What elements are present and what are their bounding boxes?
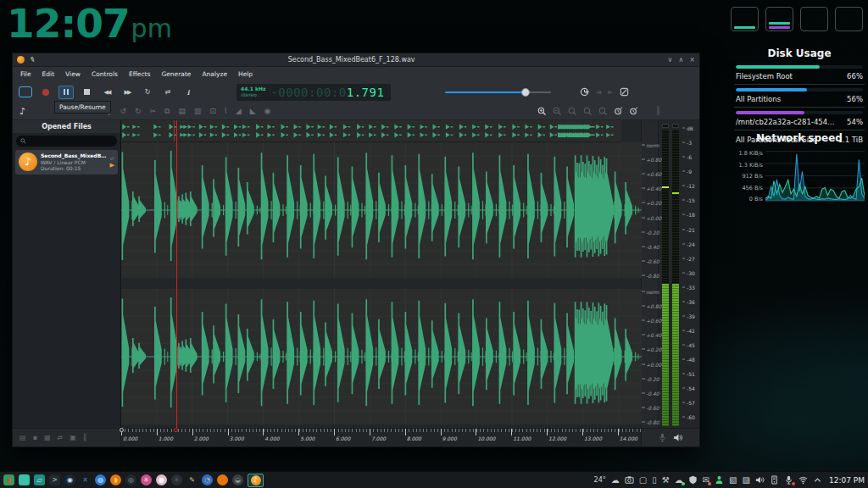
taskbar-app-ocenaudio-active[interactable]: ♪ (248, 474, 264, 487)
loop-selection-button[interactable]: ⇄ (160, 86, 175, 99)
file-play-icon[interactable]: ▶ (110, 162, 114, 169)
taskbar-app-planet[interactable]: ◔ (202, 474, 213, 485)
menu-help[interactable]: Help (238, 70, 253, 78)
snapshot-icon[interactable]: ▣ (70, 434, 76, 441)
time-zoom-out-icon[interactable] (629, 107, 638, 116)
speaker-status-icon[interactable] (673, 433, 683, 442)
loop-button[interactable]: ↻ (140, 86, 155, 99)
pause-button[interactable] (58, 86, 74, 99)
view-list-icon[interactable]: ▤ (19, 434, 26, 441)
taskbar-app-xorg[interactable]: ✕ (80, 474, 91, 485)
menu-generate[interactable]: Generate (161, 70, 191, 78)
system-monitor-icon[interactable] (770, 475, 779, 485)
audio-note-icon[interactable]: ♪ (19, 106, 25, 117)
fade-out-icon[interactable]: ◣ (250, 107, 256, 116)
utilities-icon[interactable]: ⚒ (662, 476, 670, 485)
trim-icon[interactable]: ⊡ (210, 107, 217, 116)
view-single-icon[interactable]: ▪ (33, 434, 37, 441)
waveform-area[interactable] (121, 120, 642, 428)
zoom-all-icon[interactable] (598, 107, 608, 116)
clip-indicator-left[interactable]: -- (662, 124, 669, 128)
taskbar-app-browser[interactable]: ◍ (95, 474, 106, 485)
waveform-channel-right[interactable] (121, 289, 642, 424)
opened-file-item[interactable]: ♪ Second_Bass_MixedBeat6_F_128.wav WAV /… (15, 150, 118, 175)
vpn-shield-icon[interactable] (688, 475, 698, 485)
record-button[interactable] (38, 86, 53, 99)
time-format-button[interactable]: ▼ (580, 87, 589, 97)
microphone-status-icon[interactable] (659, 433, 666, 442)
screenshot-camera-icon[interactable] (625, 475, 634, 485)
taskbar-app-disc[interactable]: ◒ (232, 474, 243, 485)
audio-device-icon[interactable] (620, 87, 629, 97)
stop-button[interactable] (79, 86, 94, 99)
taskbar-app-launcher[interactable]: ▮ (3, 474, 14, 485)
taskbar-clock[interactable]: 12:07 PM (829, 476, 865, 485)
normalize-icon[interactable]: ◉ (264, 107, 271, 116)
zoom-in-icon[interactable] (537, 107, 547, 116)
taskbar-app-camera-lens[interactable]: ◎ (125, 474, 136, 485)
rewind-button[interactable]: ◀◀ (99, 86, 114, 99)
taskbar-app-pen[interactable]: ✎ (186, 474, 198, 485)
menu-effects[interactable]: Effects (129, 70, 151, 78)
delete-icon[interactable]: ▥ (194, 107, 202, 116)
taskbar-app-firefox[interactable]: ◗ (110, 474, 121, 485)
taskbar-app-file-manager[interactable]: ▱ (34, 474, 45, 485)
wifi-icon[interactable] (798, 475, 808, 485)
paste-icon[interactable]: ▤ (179, 107, 186, 116)
workspace-1[interactable] (731, 7, 759, 31)
time-zoom-in-icon[interactable] (614, 107, 623, 116)
expand-tray-icon[interactable] (813, 475, 822, 485)
marker-icon[interactable]: Ι (225, 107, 227, 116)
volume-icon[interactable] (755, 475, 765, 485)
nav-forward-button[interactable]: ► (608, 88, 613, 96)
cut-icon[interactable]: ✂ (150, 107, 157, 116)
menu-edit[interactable]: Edit (42, 70, 55, 78)
mail-icon[interactable]: ✉ (703, 476, 709, 485)
volume-slider-handle[interactable] (521, 88, 530, 97)
info-button[interactable]: i (181, 86, 196, 99)
cloud-sync-icon[interactable]: ☁ (675, 476, 683, 485)
time-ruler[interactable]: 0.0001.0002.0003.0004.0005.0006.0007.000… (121, 429, 642, 446)
minimize-icon[interactable]: ∨ (668, 56, 673, 64)
pause-status-icon[interactable]: ║ (83, 434, 87, 441)
nav-back-button[interactable]: ◄ (596, 88, 601, 96)
file-loop-icon[interactable]: ⇄ (110, 155, 114, 161)
redo-icon[interactable]: ↻ (135, 107, 142, 116)
undo-icon[interactable]: ↺ (120, 107, 126, 116)
copy-icon[interactable]: ⧉ (164, 107, 170, 116)
waveform-overview[interactable] (121, 120, 621, 142)
taskbar-app-steam[interactable]: ◉ (64, 474, 75, 485)
zoom-selection-icon[interactable] (568, 107, 577, 116)
clip-indicator-right[interactable]: -- (672, 124, 679, 128)
waveform-channel-left[interactable] (121, 142, 642, 278)
taskbar-app-ball[interactable]: ● (156, 474, 167, 485)
weather-cloud-icon[interactable]: ☁ (611, 476, 620, 485)
menu-controls[interactable]: Controls (92, 70, 118, 78)
menu-analyze[interactable]: Analyze (202, 70, 227, 78)
workspace-2[interactable] (765, 7, 793, 31)
menu-file[interactable]: File (20, 70, 31, 78)
volume-slider[interactable] (445, 88, 551, 97)
window-titlebar[interactable]: ✎ Second_Bass_MixedBeat6_F_128.wav ∨∧× (13, 53, 699, 67)
window-list-icon[interactable]: ▢ (639, 476, 647, 485)
forward-button[interactable]: ▶▶ (120, 86, 135, 99)
workspace-4[interactable] (835, 7, 863, 31)
taskbar-app-photos[interactable]: ✳ (141, 474, 152, 485)
taskbar-app-widow[interactable]: ✳ (171, 474, 182, 485)
menu-view[interactable]: View (65, 70, 81, 78)
microphone-icon[interactable] (784, 475, 793, 485)
close-icon[interactable]: × (689, 56, 695, 64)
user-status-icon[interactable] (715, 475, 724, 485)
start-marker[interactable] (120, 428, 124, 432)
zoom-vertical-icon[interactable] (583, 107, 593, 116)
taskbar-app-show-desktop[interactable] (19, 474, 30, 485)
workspace-3[interactable] (800, 7, 828, 31)
temperature-label[interactable]: 24° (594, 477, 606, 484)
zoom-out-icon[interactable] (553, 107, 562, 116)
selection-tool-button[interactable] (18, 86, 33, 99)
loop-status-icon[interactable]: ⇄ (58, 434, 64, 441)
playhead-cursor[interactable] (176, 120, 177, 428)
search-input[interactable] (16, 136, 117, 147)
taskbar-app-terminal[interactable]: > (49, 474, 60, 485)
fade-in-icon[interactable]: ◢ (236, 107, 242, 116)
